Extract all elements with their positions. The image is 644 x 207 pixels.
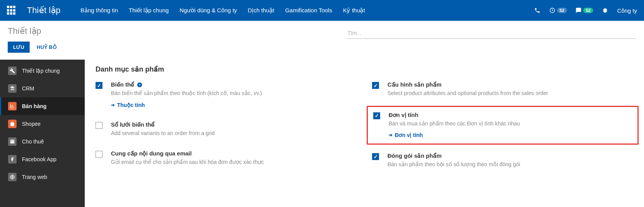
settings-col-right: Cấu hình sản phẩm Select product attribu… [372,81,633,169]
nav-item-technical[interactable]: Kỹ thuật [343,7,365,14]
settings-col-left: Biến thể ? Bán biến thể sản phẩm theo th… [96,81,357,169]
setting-title-label: Đơn vị tính [389,112,418,119]
settings-sidebar: Thiết lập chung CRM Bán hàng Shopee Cho … [0,60,85,207]
brand-title[interactable]: Thiết lập [27,5,60,15]
setting-product-config: Cấu hình sản phẩm Select product attribu… [372,81,633,97]
handshake-icon [8,84,17,93]
settings-grid: Biến thể ? Bán biến thể sản phẩm theo th… [96,81,633,169]
arrow-right-icon: ➔ [111,102,115,108]
save-button[interactable]: LƯU [8,42,30,53]
setting-title-label: Cung cấp nội dung qua email [111,150,192,157]
highlight-uom: Đơn vị tính Bán và mua sản phẩm theo các… [367,106,639,145]
sidebar-item-crm[interactable]: CRM [0,80,85,97]
settings-content: Danh mục sản phẩm Biến thể ? Bán biến th… [85,60,644,207]
sidebar-item-label: Cho thuê [22,139,44,145]
chart-icon [8,102,17,110]
phone-icon[interactable] [534,7,541,14]
nav-item-gamification[interactable]: Gamification Tools [285,7,332,14]
sidebar-item-label: Bán hàng [22,103,47,109]
checkbox-variant-grid[interactable] [96,122,102,129]
setting-desc: Add several variants to an order from a … [111,130,357,137]
checkbox-product-config[interactable] [372,82,379,89]
sidebar-item-label: Shopee [22,121,40,127]
nav-item-translations[interactable]: Dịch thuật [248,7,274,14]
setting-title-label: Cấu hình sản phẩm [387,81,441,88]
setting-title-label: Sổ lưới biến thể [111,121,155,128]
setting-email-content: Cung cấp nội dung qua email Gửi email cụ… [96,150,357,166]
setting-desc: Bán và mua sản phẩm theo các Đơn vị tính… [389,120,632,128]
company-button[interactable]: Công ty [617,7,637,14]
sidebar-item-facebook[interactable]: Facebook App [0,150,85,168]
main-layout: Thiết lập chung CRM Bán hàng Shopee Cho … [0,60,644,207]
help-icon[interactable]: ? [137,82,143,88]
setting-uom: Đơn vị tính Bán và mua sản phẩm theo các… [373,112,632,139]
bug-icon[interactable] [602,7,609,14]
facebook-icon [8,155,17,164]
svg-text:?: ? [138,83,140,87]
sidebar-item-label: Trang web [22,174,47,180]
setting-link-uom[interactable]: ➔ Đơn vị tính [389,132,423,138]
wrench-icon [8,67,17,75]
discard-button[interactable]: HUỶ BỎ [37,44,57,50]
setting-variants: Biến thể ? Bán biến thể sản phẩm theo th… [96,81,357,108]
sidebar-item-shopee[interactable]: Shopee [0,115,85,133]
checkbox-packaging[interactable] [372,153,379,160]
search-input[interactable] [347,28,636,39]
sidebar-item-sales[interactable]: Bán hàng [0,97,85,115]
apps-grid-icon[interactable] [7,6,16,15]
setting-desc: Bán sản phẩm theo bội số số lượng theo m… [387,161,633,169]
nav-item-dashboard[interactable]: Bảng thông tin [80,7,118,14]
sidebar-item-label: Thiết lập chung [22,68,60,74]
setting-packaging: Đóng gói sản phẩm Bán sản phẩm theo bội … [372,152,633,169]
setting-desc: Select product attributes and optional p… [387,90,633,97]
clock-badge[interactable]: 52 [549,7,567,13]
checkbox-variants[interactable] [96,82,102,89]
sidebar-item-label: CRM [22,85,34,92]
sidebar-item-website[interactable]: Trang web [0,168,85,186]
chat-badge[interactable]: 52 [575,7,593,13]
setting-desc: Bán biến thể sản phẩm theo thuộc tính (k… [111,90,357,97]
sidebar-item-rental[interactable]: Cho thuê [0,133,85,150]
nav-item-users-companies[interactable]: Người dùng & Công ty [179,7,237,14]
setting-title-label: Đóng gói sản phẩm [387,152,441,159]
checkbox-email-content[interactable] [96,151,102,158]
setting-variant-grid: Sổ lưới biến thể Add several variants to… [96,121,357,137]
sidebar-item-general[interactable]: Thiết lập chung [0,62,85,80]
nav-item-general-settings[interactable]: Thiết lập chung [129,7,169,14]
bag-icon [8,120,17,128]
nav-menu: Bảng thông tin Thiết lập chung Người dùn… [80,7,534,14]
setting-link-attributes[interactable]: ➔ Thuộc tính [111,102,145,108]
arrow-right-icon: ➔ [389,132,392,138]
nav-right: 52 52 Công ty [534,7,637,14]
chat-badge-count: 52 [583,8,593,13]
section-title: Danh mục sản phẩm [96,60,633,81]
browser-icon [8,137,17,146]
checkbox-uom[interactable] [373,112,380,119]
subheader: Thiết lập LƯU HUỶ BỎ [0,21,644,53]
clock-badge-count: 52 [557,8,567,13]
setting-title-label: Biến thể [111,81,134,88]
sidebar-item-label: Facebook App [22,156,57,162]
setting-desc: Gửi email cụ thể cho sản phẩm sau khi hó… [111,159,357,166]
breadcrumb: Thiết lập [8,26,347,36]
top-navbar: Thiết lập Bảng thông tin Thiết lập chung… [0,0,644,21]
globe-icon [8,173,17,181]
